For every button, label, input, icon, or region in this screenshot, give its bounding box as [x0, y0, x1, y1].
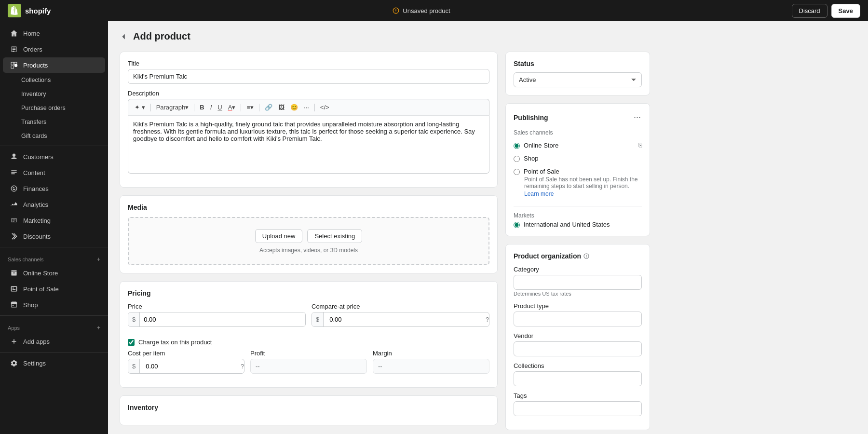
- apps-expand-icon[interactable]: +: [97, 325, 100, 331]
- select-existing-button[interactable]: Select existing: [307, 229, 362, 243]
- pricing-card: Pricing Price $ Compare-at price: [120, 281, 498, 388]
- title-group: Title: [128, 60, 489, 84]
- channel-radio-shop[interactable]: [514, 156, 520, 162]
- discard-button[interactable]: Discard: [792, 4, 827, 18]
- sidebar-item-discounts[interactable]: Discounts: [3, 229, 105, 244]
- sidebar-item-marketing[interactable]: Marketing: [3, 213, 105, 228]
- copy-link-icon[interactable]: ⎘: [638, 142, 642, 149]
- sidebar-item-label: Orders: [23, 46, 42, 53]
- sidebar-item-label: Customers: [23, 153, 54, 161]
- sidebar-item-transfers[interactable]: Transfers: [3, 115, 105, 129]
- org-title: Product organization: [514, 252, 581, 260]
- orders-icon: [10, 45, 18, 54]
- sidebar-item-content[interactable]: Content: [3, 165, 105, 180]
- sidebar-item-finances[interactable]: Finances: [3, 181, 105, 196]
- description-body[interactable]: Kiki's Premium Talc is a high-quality, f…: [128, 116, 489, 174]
- customers-icon: [10, 152, 18, 161]
- toolbar-more-btn[interactable]: ···: [301, 102, 312, 112]
- main-content: Add product Title Description ✦ ▾: [108, 21, 868, 434]
- toolbar-emoji-btn[interactable]: 😊: [288, 102, 300, 112]
- charge-tax-checkbox[interactable]: [128, 339, 135, 346]
- sidebar-item-label: Home: [23, 30, 40, 37]
- description-label: Description: [128, 90, 489, 97]
- media-hint: Accepts images, videos, or 3D models: [259, 247, 358, 254]
- sidebar-item-products[interactable]: Products: [3, 57, 105, 73]
- cost-help-icon[interactable]: ?: [241, 363, 244, 370]
- logo-text: shopify: [25, 7, 51, 15]
- sep3: [241, 104, 241, 111]
- sidebar-item-add-apps[interactable]: Add apps: [3, 334, 105, 349]
- margin-group: Margin: [373, 350, 489, 374]
- profit-input: [250, 359, 367, 374]
- product-org-card: Product organization Category Determines…: [505, 244, 650, 430]
- tags-input[interactable]: [514, 401, 642, 416]
- price-input[interactable]: [140, 312, 305, 326]
- analytics-icon: [10, 200, 18, 209]
- channel-row-pos: Point of Sale Point of Sale has not been…: [514, 165, 642, 200]
- cost-prefix: $: [128, 359, 140, 373]
- toolbar-align-btn[interactable]: ≡ ▾: [244, 102, 256, 112]
- channel-row-online-store: Online Store ⎘: [514, 139, 642, 152]
- pricing-title: Pricing: [128, 289, 489, 297]
- toolbar-code-btn[interactable]: </>: [318, 102, 332, 112]
- save-button[interactable]: Save: [831, 4, 860, 18]
- title-input[interactable]: [128, 69, 489, 84]
- learn-more-link[interactable]: Learn more: [524, 190, 642, 197]
- topbar-actions: Discard Save: [792, 4, 860, 18]
- toolbar-image-btn[interactable]: 🖼: [276, 102, 287, 112]
- sidebar-item-inventory[interactable]: Inventory: [3, 87, 105, 101]
- compare-price-input[interactable]: [326, 312, 484, 326]
- channel-radio-pos[interactable]: [514, 169, 520, 175]
- product-type-input[interactable]: [514, 312, 642, 326]
- compare-help-icon[interactable]: ?: [486, 316, 489, 323]
- sidebar-item-point-of-sale[interactable]: Point of Sale: [3, 281, 105, 297]
- toolbar-bold-btn[interactable]: B: [197, 102, 206, 112]
- toolbar-link-btn[interactable]: 🔗: [262, 102, 275, 112]
- publishing-more-button[interactable]: ···: [633, 111, 642, 123]
- upload-new-button[interactable]: Upload new: [255, 229, 303, 243]
- sidebar-item-purchase-orders[interactable]: Purchase orders: [3, 101, 105, 115]
- media-dropzone[interactable]: Upload new Select existing Accepts image…: [128, 217, 489, 265]
- media-card: Media Upload new Select existing Accepts…: [120, 195, 498, 273]
- sidebar-item-analytics[interactable]: Analytics: [3, 197, 105, 212]
- category-sub: Determines US tax rates: [514, 291, 642, 297]
- expand-icon[interactable]: +: [97, 256, 100, 263]
- category-input[interactable]: [514, 275, 642, 290]
- status-select[interactable]: Active Draft: [514, 72, 642, 87]
- cost-input[interactable]: [142, 359, 239, 373]
- toolbar-italic-btn[interactable]: I: [208, 102, 215, 112]
- apps-section: Apps +: [0, 319, 108, 333]
- product-type-group: Product type: [514, 302, 642, 326]
- back-button[interactable]: [120, 32, 128, 41]
- org-title-group: Product organization: [514, 252, 590, 260]
- sidebar-item-home[interactable]: Home: [3, 26, 105, 41]
- finances-icon: [10, 184, 18, 193]
- product-type-label: Product type: [514, 302, 642, 310]
- discounts-icon: [10, 232, 18, 241]
- vendor-input[interactable]: [514, 341, 642, 356]
- toolbar-text-color-btn[interactable]: A ▾: [226, 102, 238, 112]
- sidebar-item-settings[interactable]: Settings: [3, 355, 105, 371]
- sidebar-item-label: Finances: [23, 185, 49, 192]
- topbar: shopify Unsaved product Discard Save: [0, 0, 868, 21]
- sidebar-item-online-store[interactable]: Online Store: [3, 265, 105, 281]
- shopify-logo-icon: [8, 4, 21, 17]
- sidebar-item-customers[interactable]: Customers: [3, 149, 105, 164]
- sidebar-sub-label: Collections: [21, 77, 51, 83]
- toolbar-underline-btn[interactable]: U: [215, 102, 224, 112]
- market-radio[interactable]: [514, 222, 520, 228]
- collections-label: Collections: [514, 362, 642, 369]
- toolbar-paragraph-btn[interactable]: Paragraph ▾: [154, 102, 191, 112]
- sidebar-item-shop[interactable]: Shop: [3, 297, 105, 312]
- sidebar-item-collections[interactable]: Collections: [3, 73, 105, 87]
- settings-icon: [10, 359, 18, 367]
- channel-radio-online-store[interactable]: [514, 143, 520, 149]
- org-info-icon: [583, 253, 590, 259]
- sep2: [194, 104, 194, 111]
- sidebar-item-orders[interactable]: Orders: [3, 41, 105, 57]
- title-description-card: Title Description ✦ ▾ Paragraph ▾ B: [120, 52, 498, 188]
- collections-input[interactable]: [514, 371, 642, 386]
- margin-label: Margin: [373, 350, 489, 357]
- sidebar-item-gift-cards[interactable]: Gift cards: [3, 129, 105, 143]
- toolbar-ai-btn[interactable]: ✦ ▾: [132, 102, 148, 112]
